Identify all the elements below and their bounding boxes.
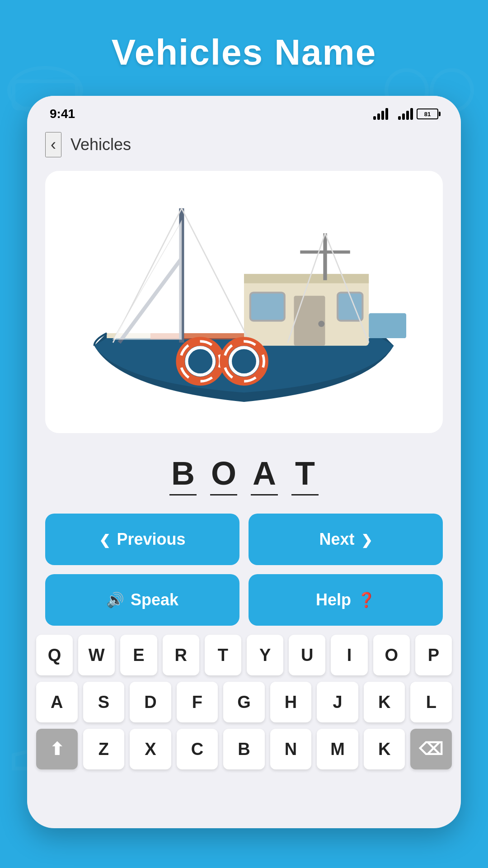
key-H[interactable]: H xyxy=(270,682,312,722)
keyboard-row-1: Q W E R T Y U I O P xyxy=(36,635,452,675)
key-Y[interactable]: Y xyxy=(247,635,283,675)
keyboard: Q W E R T Y U I O P A S D F G H J K L ⬆ … xyxy=(36,635,452,769)
help-button[interactable]: Help ❓ xyxy=(249,574,443,626)
phone-frame: 9:41 81 ‹ Ve xyxy=(27,96,461,828)
key-C[interactable]: C xyxy=(177,729,218,769)
key-Q[interactable]: Q xyxy=(36,635,73,675)
key-B[interactable]: B xyxy=(223,729,265,769)
status-icons: 81 xyxy=(373,108,438,120)
help-label: Help xyxy=(316,590,351,609)
key-G[interactable]: G xyxy=(223,682,265,722)
key-E[interactable]: E xyxy=(120,635,157,675)
keyboard-row-3: ⬆ Z X C B N M K ⌫ xyxy=(36,729,452,769)
letter-A: A xyxy=(251,456,278,495)
backspace-key[interactable]: ⌫ xyxy=(410,729,452,769)
boat-svg xyxy=(45,171,443,433)
key-W[interactable]: W xyxy=(78,635,115,675)
letter-O: O xyxy=(210,456,237,495)
previous-button[interactable]: Previous xyxy=(45,514,239,565)
nav-title: Vehicles xyxy=(70,135,131,154)
key-Z[interactable]: Z xyxy=(83,729,125,769)
svg-rect-8 xyxy=(250,292,285,321)
next-button[interactable]: Next xyxy=(249,514,443,565)
key-J[interactable]: J xyxy=(317,682,358,722)
key-R[interactable]: R xyxy=(163,635,199,675)
page-title: Vehicles Name xyxy=(0,0,488,96)
key-F[interactable]: F xyxy=(177,682,218,722)
key-X[interactable]: X xyxy=(130,729,171,769)
key-T[interactable]: T xyxy=(205,635,241,675)
status-bar: 9:41 81 xyxy=(27,96,461,127)
key-I[interactable]: I xyxy=(331,635,367,675)
letter-B: B xyxy=(169,456,197,495)
chevron-right-icon xyxy=(361,530,372,549)
key-U[interactable]: U xyxy=(289,635,325,675)
key-M[interactable]: M xyxy=(317,729,358,769)
svg-rect-5 xyxy=(244,274,369,283)
signal-indicator xyxy=(373,108,413,120)
battery-indicator: 81 xyxy=(417,108,438,119)
speaker-icon: 🔊 xyxy=(106,591,124,609)
action-buttons: Previous Next 🔊 Speak Help ❓ xyxy=(45,514,443,626)
key-P[interactable]: P xyxy=(415,635,452,675)
key-L[interactable]: L xyxy=(410,682,452,722)
key-A[interactable]: A xyxy=(36,682,78,722)
key-K[interactable]: K xyxy=(364,682,405,722)
key-D[interactable]: D xyxy=(130,682,171,722)
back-button[interactable]: ‹ xyxy=(45,132,61,157)
chevron-left-icon xyxy=(99,530,110,549)
help-icon: ❓ xyxy=(357,591,375,609)
key-O[interactable]: O xyxy=(373,635,410,675)
status-time: 9:41 xyxy=(50,107,75,121)
speak-button[interactable]: 🔊 Speak xyxy=(45,574,239,626)
word-display: B O A T xyxy=(27,442,461,500)
vehicle-image-container xyxy=(45,171,443,433)
key-S[interactable]: S xyxy=(83,682,125,722)
next-label: Next xyxy=(319,530,354,549)
key-N[interactable]: N xyxy=(270,729,312,769)
key-K2[interactable]: K xyxy=(364,729,405,769)
previous-label: Previous xyxy=(117,530,185,549)
keyboard-row-2: A S D F G H J K L xyxy=(36,682,452,722)
letter-T: T xyxy=(291,456,319,495)
shift-key[interactable]: ⬆ xyxy=(36,729,78,769)
speak-label: Speak xyxy=(131,590,178,609)
svg-rect-6 xyxy=(294,296,325,345)
svg-line-15 xyxy=(182,208,250,343)
nav-bar: ‹ Vehicles xyxy=(27,127,461,166)
svg-rect-20 xyxy=(369,313,406,338)
svg-point-7 xyxy=(318,321,324,327)
